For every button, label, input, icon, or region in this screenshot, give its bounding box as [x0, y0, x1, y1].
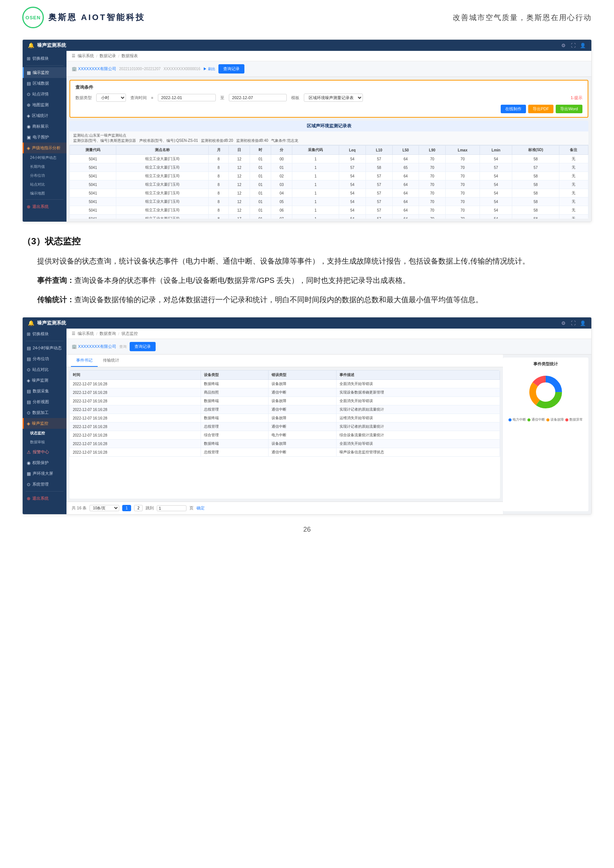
breadcrumb-item-3[interactable]: 数据报表 [121, 53, 138, 59]
app1-header: 🔔 噪声监测系统 ⚙ ⛶ 👤 [23, 40, 591, 51]
total-count: 共 16 条 [72, 505, 87, 511]
online-make-btn[interactable]: 在线制作 [501, 105, 526, 113]
breadcrumb-item-2[interactable]: 数据记录 [99, 53, 116, 59]
app2-query-btn[interactable]: 查询记录 [130, 342, 155, 351]
header-slogan: 改善城市空气质量，奥斯恩在用心行动 [453, 12, 592, 23]
section3-heading: （3）状态监控 [22, 236, 592, 247]
data-table-1: 测量代码测点名称月日时分采集代码LeqL10L50L90LmaxLmin标准(S… [70, 145, 588, 219]
table-row: 2022-12-07 16:16:28总线管理通信中断实现计记者的原始流量统计 [70, 405, 500, 414]
status-table: 时间设备类型错误类型事件描述 2022-12-07 16:16:28数据终端设备… [70, 370, 500, 457]
breadcrumb-item-1[interactable]: 编示系统 [78, 53, 94, 59]
query-record-btn[interactable]: 查询记录 [218, 64, 244, 73]
legend-item-设备故障: 设备故障 [546, 417, 564, 422]
date-end-input[interactable] [229, 94, 287, 101]
per-page-select[interactable]: 10条/页 [90, 505, 119, 511]
subtitle4: 监测初校准值dB:20 [201, 138, 233, 143]
settings-icon[interactable]: ⚙ [560, 42, 567, 49]
sidebar-item-label: 商标展示 [32, 124, 49, 129]
table1-col-Leq: Leq [339, 146, 366, 155]
tab-transfer[interactable]: 传输统计 [98, 355, 124, 367]
app2-user-icon[interactable]: 👤 [580, 320, 586, 326]
toolbar-more-link[interactable]: ▶ 刷出 [203, 67, 215, 72]
sidebar-item-logout[interactable]: ⊗ 退出系统 [23, 201, 67, 212]
sidebar-subitem-displaymap[interactable]: 编示地图 [23, 189, 67, 198]
toolbar-monitor-info: XXXXXXXXX0000016 [163, 67, 200, 71]
app2-sidebar-analysis[interactable]: ▤ 分析视图 [23, 397, 67, 407]
app2-settings-icon[interactable]: ⚙ [560, 320, 567, 326]
page-content: 🔔 噪声监测系统 ⚙ ⛶ 👤 ⊞ 切换模块 ▦ 编示监控 [0, 32, 614, 560]
company-link[interactable]: 🏢 XXXXXXXX有限公司 [72, 66, 116, 72]
table-row: 5041组立工业大厦(门玉II)8120103154576470705458无 [70, 180, 588, 189]
app1-header-icons: ⚙ ⛶ 👤 [560, 42, 586, 49]
app2-sidebar-compare[interactable]: ⊙ 站点对比 [23, 364, 67, 375]
sidebar-item-noise-analysis[interactable]: ◈ 声级地指示分析 [23, 143, 67, 153]
sidebar-subitem-distrib[interactable]: 分布位功 [23, 171, 67, 180]
app2-divider-2 [26, 491, 64, 491]
page-jump-input[interactable] [157, 505, 187, 511]
sidebar-item-switch[interactable]: ⊞ 切换模块 [23, 53, 67, 64]
page-btn-1[interactable]: 1 [122, 505, 131, 511]
sidebar-divider-1 [26, 65, 64, 66]
export-word-btn[interactable]: 导出Word [556, 105, 583, 113]
sidebar-item-fence[interactable]: ▣ 电子围护 [23, 132, 67, 143]
app2-breadcrumb-2[interactable]: 数据查询 [99, 331, 116, 336]
sidebar-item-label: 切换模块 [32, 56, 49, 61]
brand-icon: ◉ [27, 124, 31, 129]
app2-sidebar-bigscreen[interactable]: ▦ 声环境大屏 [23, 468, 67, 479]
model-select[interactable]: 区域环境噪声测量记录表 [304, 93, 363, 102]
sidebar-subitem-longterm[interactable]: 长期均值 [23, 162, 67, 171]
para3-content: 查询设备数据传输的记录，对总体数据进行一个记录和统计，明白不同时间段内的数据的总… [74, 296, 483, 304]
sidebar-subitem-24h[interactable]: 24小时噪声动态 [23, 153, 67, 162]
subtitle5: 监测初校准值dB:40 [236, 138, 268, 143]
app2-toolbar: 🏢 XXXXXXXX有限公司 查询 查询记录 [67, 339, 591, 355]
app2-sidebar-auth[interactable]: ◉ 权限保护 [23, 457, 67, 468]
sidebar-item-stats[interactable]: ◈ 区域统计 [23, 110, 67, 121]
app2-breadcrumb-1[interactable]: 编示系统 [78, 331, 94, 336]
app2-sidebar-noise[interactable]: ◈ 噪声监测 [23, 375, 67, 386]
app2-subitem-status[interactable]: 状态监控 [23, 429, 67, 438]
type-select[interactable]: 小时 [96, 93, 126, 102]
sidebar-item-display[interactable]: ▦ 编示监控 [23, 67, 67, 78]
app2-fullscreen-icon[interactable]: ⛶ [570, 320, 577, 326]
app2-subitem-datareview[interactable]: 数据审核 [23, 438, 67, 446]
status-col-错误类型: 错误类型 [269, 370, 337, 380]
date-start-input[interactable] [158, 94, 216, 101]
app2-sidebar-dataprocess[interactable]: ⊙ 数据加工 [23, 407, 67, 418]
go-btn[interactable]: 确定 [196, 505, 205, 511]
fullscreen-icon[interactable]: ⛶ [570, 42, 577, 49]
sidebar-item-map[interactable]: ⊕ 地图监测 [23, 99, 67, 110]
app2-sidebar-monitor[interactable]: ◈ 噪声监控 [23, 418, 67, 429]
query-hint: 1-提示 [570, 95, 583, 101]
subtitle6: 气象条件:范志龙 [271, 138, 298, 143]
sidebar-subitem-compare[interactable]: 站点对比 [23, 180, 67, 189]
app2-company-link[interactable]: 🏢 XXXXXXXX有限公司 [72, 344, 116, 349]
page-btn-2[interactable]: 2 [134, 505, 143, 511]
para2-label: 事件查询： [37, 276, 74, 284]
app2-sidebar-alarm[interactable]: ⚠ 报警中心 [23, 446, 67, 457]
app2-header: 🔔 噪声监测系统 ⚙ ⛶ 👤 [23, 318, 591, 329]
app2-sidebar-collect[interactable]: ▤ 数据采集 [23, 386, 67, 397]
sidebar-item-region[interactable]: ▤ 区域数据 [23, 78, 67, 89]
export-pdf-btn[interactable]: 导出PDF [528, 105, 553, 113]
sidebar-item-label: 站点详情 [32, 91, 49, 97]
chart-legend: 电力中断通信中断设备故障数据异常 [507, 417, 584, 422]
date-label: 查询时间 [131, 95, 147, 101]
sidebar-item-station[interactable]: ⊙ 站点详情 [23, 89, 67, 99]
app2-sidebar-distrib[interactable]: ▤ 分布位功 [23, 353, 67, 364]
app1-sidebar: ⊞ 切换模块 ▦ 编示监控 ▤ 区域数据 ⊙ 站点详情 ⊕ [23, 51, 67, 222]
table-row: 2022-12-07 16:16:28数据终端设备故障运维消失开始等错误 [70, 414, 500, 423]
app2-sidebar-sysmgr[interactable]: ⊙ 系统管理 [23, 479, 67, 490]
table-row: 2022-12-07 16:16:28总线管理通信中断噪声设备信息监控管理状态 [70, 448, 500, 457]
user-icon[interactable]: 👤 [580, 42, 586, 49]
app2-sidebar-switch[interactable]: ⊞ 切换模块 [23, 329, 67, 339]
tab-event[interactable]: 事件书记 [71, 355, 98, 367]
para2-content: 查询设备本身的状态事件（设备上电/设备断电/数据异常/GPS 丢失），同时也支持… [74, 276, 410, 284]
status-col-时间: 时间 [70, 370, 201, 380]
app2-sidebar-logout[interactable]: ⊗ 退出系统 [23, 493, 67, 504]
app2-breadcrumb-3[interactable]: 状态监控 [121, 331, 138, 336]
sidebar-item-brand[interactable]: ◉ 商标展示 [23, 121, 67, 132]
app2-sidebar-24h[interactable]: ▤ 24小时噪声动态 [23, 343, 67, 353]
legend-item-电力中断: 电力中断 [508, 417, 526, 422]
chart-title: 事件类型统计 [507, 361, 584, 367]
table-wrapper-1: 区域声环境监测记录表 监测站点:山东某一噪声监测站点 监测仪器(型号、编号):奥… [70, 121, 588, 219]
